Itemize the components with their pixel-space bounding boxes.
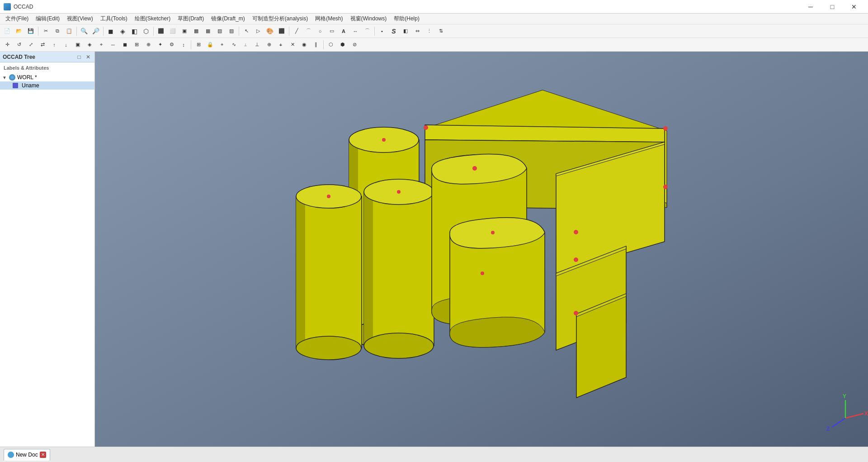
world-icon: [9, 74, 15, 81]
menu-edit[interactable]: 编辑(Edit): [32, 14, 63, 24]
sidebar-close-btn[interactable]: ✕: [85, 53, 92, 61]
tab-close-btn[interactable]: ✕: [40, 452, 46, 458]
menu-draft[interactable]: 草图(Draft): [174, 14, 208, 24]
menu-file[interactable]: 文件(File): [2, 14, 32, 24]
btn-paste[interactable]: 📋: [64, 26, 75, 37]
btn-cursor[interactable]: ↖: [241, 26, 252, 37]
tree-uname-item[interactable]: Uname: [0, 81, 94, 90]
btn-snap2[interactable]: ⌖: [217, 39, 227, 50]
btn-copy[interactable]: ⧉: [52, 26, 63, 37]
btn-scale[interactable]: ⤢: [25, 39, 36, 50]
btn-view-bottom[interactable]: ▧: [214, 26, 225, 37]
btn-cyl[interactable]: ◧: [129, 26, 140, 37]
obj-icon: [13, 83, 18, 88]
menu-analysis[interactable]: 可制造型分析(analysis): [249, 14, 311, 24]
btn-lattice[interactable]: ⊞: [131, 39, 142, 50]
btn-sphere[interactable]: ◈: [117, 26, 128, 37]
tab-label: New Doc: [16, 452, 38, 458]
btn-rect[interactable]: ▭: [326, 26, 337, 37]
btn-view-front[interactable]: ⬛: [156, 26, 166, 37]
btn-arc[interactable]: ⌒: [303, 26, 314, 37]
sep-3: [103, 27, 104, 36]
btn-chamfer[interactable]: ◈: [84, 39, 95, 50]
btn-cut[interactable]: ✂: [40, 26, 51, 37]
btn-box[interactable]: ◼: [105, 26, 116, 37]
btn-down[interactable]: ↓: [61, 39, 71, 50]
tree-world-item[interactable]: ▼ WORL *: [0, 73, 94, 81]
btn-stop[interactable]: ⊘: [349, 39, 360, 50]
sidebar-restore-btn[interactable]: □: [75, 53, 83, 61]
title-left: OCCAD: [4, 3, 33, 10]
btn-up[interactable]: ↑: [49, 39, 60, 50]
svg-point-19: [574, 311, 578, 315]
sidebar-controls: □ ✕: [75, 53, 92, 61]
btn-mesh2[interactable]: ⬢: [337, 39, 348, 50]
btn-mesh1[interactable]: ⬡: [326, 39, 336, 50]
btn-S[interactable]: S: [388, 26, 399, 37]
svg-point-28: [327, 195, 330, 198]
menu-sketch[interactable]: 绘图(Sketcher): [131, 14, 174, 24]
btn-view-right[interactable]: ▩: [191, 26, 202, 37]
btn-view-top[interactable]: ▦: [203, 26, 213, 37]
btn-rotate[interactable]: ↺: [14, 39, 24, 50]
btn-zoom-in[interactable]: 🔍: [79, 26, 90, 37]
btn-view-iso[interactable]: ▨: [226, 26, 237, 37]
tab-new-doc[interactable]: New Doc ✕: [4, 449, 50, 461]
menu-view[interactable]: 视图(View): [63, 14, 97, 24]
btn-remove[interactable]: ✕: [287, 39, 298, 50]
btn-dim[interactable]: ↔: [350, 26, 361, 37]
btn-material[interactable]: ⬛: [276, 26, 287, 37]
btn-line[interactable]: ╱: [291, 26, 302, 37]
btn-mirror[interactable]: ⇔: [412, 26, 423, 37]
btn-measure[interactable]: ⌖: [96, 39, 107, 50]
btn-split[interactable]: ─: [108, 39, 118, 50]
btn-open[interactable]: 📂: [14, 26, 24, 37]
btn-connect[interactable]: ◉: [299, 39, 310, 50]
svg-rect-31: [364, 192, 373, 346]
btn-extra[interactable]: ⇅: [435, 26, 446, 37]
btn-perp[interactable]: ⊥: [252, 39, 263, 50]
btn-new[interactable]: 📄: [2, 26, 13, 37]
menu-help[interactable]: 帮助(Help): [390, 14, 423, 24]
btn-compound[interactable]: ⚙: [166, 39, 177, 50]
btn-endpoint[interactable]: ⊕: [264, 39, 274, 50]
scene-svg: X Y Z: [95, 52, 868, 447]
btn-circle[interactable]: ○: [315, 26, 326, 37]
minimize-button[interactable]: ─: [800, 0, 821, 14]
btn-cube2[interactable]: ◼: [119, 39, 130, 50]
btn-tangent[interactable]: ⟂: [240, 39, 251, 50]
menu-draft-m[interactable]: 镜像(Draft_m): [208, 14, 249, 24]
close-button[interactable]: ✕: [844, 0, 864, 14]
btn-parallel[interactable]: ∥: [311, 39, 321, 50]
menu-windows[interactable]: 视窗(Windows): [347, 14, 391, 24]
btn-move[interactable]: ✛: [2, 39, 13, 50]
svg-point-23: [382, 138, 386, 142]
btn-point[interactable]: •: [377, 26, 387, 37]
btn-add[interactable]: +: [275, 39, 286, 50]
btn-solid[interactable]: ◧: [400, 26, 411, 37]
btn-section[interactable]: ▣: [72, 39, 83, 50]
btn-array[interactable]: ⋮: [424, 26, 434, 37]
btn-flip[interactable]: ⇄: [37, 39, 48, 50]
btn-weld[interactable]: ⊕: [143, 39, 154, 50]
viewport[interactable]: X Y Z: [95, 52, 868, 447]
sep-5: [239, 27, 239, 36]
btn-color[interactable]: 🎨: [264, 26, 275, 37]
btn-hex[interactable]: ⬡: [141, 26, 151, 37]
menu-mesh[interactable]: 网格(Mesh): [311, 14, 346, 24]
btn-explode[interactable]: ✦: [155, 39, 165, 50]
tree-expand-world[interactable]: ▼: [2, 75, 7, 80]
btn-text[interactable]: A: [338, 26, 349, 37]
btn-view-back[interactable]: ⬜: [167, 26, 178, 37]
btn-step[interactable]: ↕: [178, 39, 189, 50]
btn-snap[interactable]: 🔒: [205, 39, 216, 50]
btn-fillet[interactable]: ⌒: [362, 26, 373, 37]
btn-save[interactable]: 💾: [25, 26, 36, 37]
btn-view-left[interactable]: ▣: [179, 26, 190, 37]
btn-select[interactable]: ▷: [253, 26, 264, 37]
menu-tools[interactable]: 工具(Tools): [97, 14, 131, 24]
btn-zoom-out[interactable]: 🔎: [90, 26, 101, 37]
btn-wave[interactable]: ∿: [228, 39, 239, 50]
restore-button[interactable]: □: [822, 0, 843, 14]
btn-grid[interactable]: ⊞: [193, 39, 204, 50]
